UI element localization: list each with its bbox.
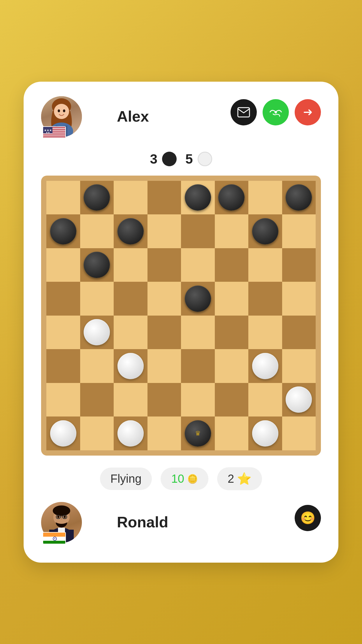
cell-3-4[interactable] (181, 282, 215, 316)
cell-4-5[interactable] (215, 316, 249, 349)
cell-2-0[interactable] (46, 248, 80, 282)
player-alex-name: Alex (117, 108, 149, 125)
black-checker[interactable] (286, 184, 312, 211)
cell-3-6[interactable] (248, 282, 282, 316)
cell-6-1[interactable] (80, 383, 114, 417)
cell-6-6[interactable] (248, 383, 282, 417)
cell-3-2[interactable] (114, 282, 147, 316)
cell-4-0[interactable] (46, 316, 80, 349)
cell-7-7[interactable] (282, 416, 316, 450)
cell-0-0[interactable] (46, 181, 80, 215)
cell-5-4[interactable] (181, 349, 215, 383)
cell-0-7[interactable] (282, 181, 316, 215)
emoji-button[interactable]: 😊 (295, 505, 321, 531)
cell-0-5[interactable] (215, 181, 249, 215)
forward-button[interactable] (295, 99, 321, 125)
cell-2-2[interactable] (114, 248, 147, 282)
cell-4-4[interactable] (181, 316, 215, 349)
cell-1-6[interactable] (248, 214, 282, 248)
cell-6-0[interactable] (46, 383, 80, 417)
checkers-board[interactable]: ♛ (46, 181, 316, 450)
white-checker[interactable] (117, 420, 144, 447)
cell-3-3[interactable] (147, 282, 181, 316)
cell-2-1[interactable] (80, 248, 114, 282)
cell-4-6[interactable] (248, 316, 282, 349)
cell-5-5[interactable] (215, 349, 249, 383)
white-checker[interactable] (286, 386, 312, 413)
cell-7-6[interactable] (248, 416, 282, 450)
black-checker[interactable] (252, 218, 278, 244)
cell-7-3[interactable] (147, 416, 181, 450)
cell-1-4[interactable] (181, 214, 215, 248)
cell-1-1[interactable] (80, 214, 114, 248)
svg-point-4 (58, 109, 60, 112)
cell-0-4[interactable] (181, 181, 215, 215)
cell-3-1[interactable] (80, 282, 114, 316)
player-ronald-name: Ronald (117, 513, 168, 531)
cell-1-3[interactable] (147, 214, 181, 248)
mail-button[interactable] (231, 99, 257, 125)
cell-5-7[interactable] (282, 349, 316, 383)
white-checker[interactable] (50, 420, 76, 447)
king-checker[interactable]: ♛ (185, 420, 211, 447)
cell-5-6[interactable] (248, 349, 282, 383)
cell-1-7[interactable] (282, 214, 316, 248)
black-checker[interactable] (185, 184, 211, 211)
cell-7-1[interactable] (80, 416, 114, 450)
white-checker[interactable] (117, 353, 144, 379)
cell-2-3[interactable] (147, 248, 181, 282)
cell-7-2[interactable] (114, 416, 147, 450)
game-mode-pill: Flying (100, 468, 152, 490)
score-row: 3 5 (41, 151, 321, 167)
black-checker[interactable] (185, 286, 211, 312)
cell-4-1[interactable] (80, 316, 114, 349)
cell-5-3[interactable] (147, 349, 181, 383)
cell-4-7[interactable] (282, 316, 316, 349)
cell-4-3[interactable] (147, 316, 181, 349)
cell-6-7[interactable] (282, 383, 316, 417)
cell-1-0[interactable] (46, 214, 80, 248)
cell-4-2[interactable] (114, 316, 147, 349)
flag-india (43, 532, 66, 544)
cell-2-6[interactable] (248, 248, 282, 282)
cell-0-2[interactable] (114, 181, 147, 215)
white-checker[interactable] (252, 420, 278, 447)
cell-2-5[interactable] (215, 248, 249, 282)
black-checker[interactable] (50, 218, 76, 244)
cell-5-1[interactable] (80, 349, 114, 383)
bottom-player: Ronald 😊 (41, 502, 321, 545)
cell-7-0[interactable] (46, 416, 80, 450)
cell-5-2[interactable] (114, 349, 147, 383)
black-checker[interactable] (218, 184, 245, 211)
cell-6-4[interactable] (181, 383, 215, 417)
cell-2-4[interactable] (181, 248, 215, 282)
cell-1-2[interactable] (114, 214, 147, 248)
svg-point-18 (275, 111, 277, 113)
black-checker[interactable] (84, 184, 110, 211)
cell-0-3[interactable] (147, 181, 181, 215)
cell-6-3[interactable] (147, 383, 181, 417)
svg-rect-31 (43, 541, 66, 544)
cell-6-5[interactable] (215, 383, 249, 417)
cell-2-7[interactable] (282, 248, 316, 282)
action-buttons (231, 99, 321, 125)
cell-0-1[interactable] (80, 181, 114, 215)
cell-1-5[interactable] (215, 214, 249, 248)
game-card: ★★★ ★★ Alex (24, 82, 338, 563)
stars-pill: 2 ⭐ (217, 467, 262, 490)
white-checker[interactable] (252, 353, 278, 379)
cell-6-2[interactable] (114, 383, 147, 417)
cell-5-0[interactable] (46, 349, 80, 383)
black-checker[interactable] (117, 218, 144, 244)
cell-3-0[interactable] (46, 282, 80, 316)
cell-3-5[interactable] (215, 282, 249, 316)
cell-3-7[interactable] (282, 282, 316, 316)
cell-0-6[interactable] (248, 181, 282, 215)
svg-point-33 (55, 538, 55, 539)
handshake-button[interactable] (263, 99, 289, 125)
cell-7-5[interactable] (215, 416, 249, 450)
white-checker[interactable] (84, 319, 110, 345)
black-checker[interactable] (84, 252, 110, 278)
cell-7-4[interactable]: ♛ (181, 416, 215, 450)
board-container: ♛ (41, 176, 321, 456)
